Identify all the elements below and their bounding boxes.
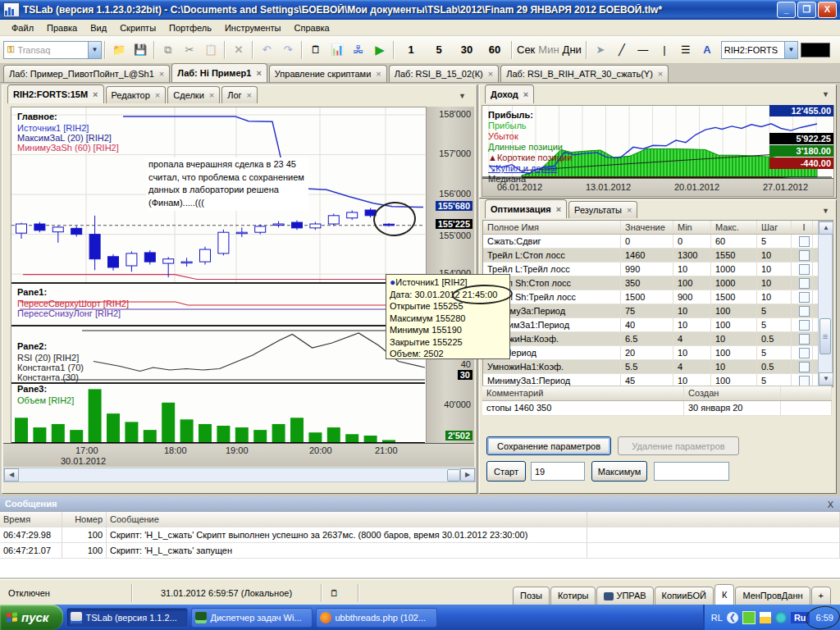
bottom-tab[interactable]: К bbox=[714, 584, 734, 605]
chart-tab[interactable]: Редактор× bbox=[106, 86, 167, 103]
optimize-checkbox[interactable] bbox=[799, 278, 810, 289]
color-swatch[interactable] bbox=[801, 43, 830, 57]
income-tab[interactable]: Доход× bbox=[485, 84, 534, 103]
task-button[interactable]: Диспетчер задач Wi... bbox=[191, 608, 313, 628]
scheme-icon[interactable]: 🖧 bbox=[349, 40, 368, 60]
cut-icon[interactable]: ✂ bbox=[180, 40, 199, 60]
transaq-connection-combo[interactable]: ⚿ Transaq ▼ bbox=[3, 41, 102, 59]
save-parameters-button[interactable]: Сохранение параметров bbox=[486, 436, 611, 455]
start-button[interactable]: Старт bbox=[486, 461, 526, 482]
cursor-tool-icon[interactable]: ➤ bbox=[591, 40, 610, 60]
paste-icon[interactable]: 📋 bbox=[201, 40, 221, 60]
chevron-down-icon[interactable]: ▼ bbox=[822, 90, 829, 98]
undo-icon[interactable]: ↶ bbox=[257, 40, 276, 60]
tray-chart-icon[interactable] bbox=[760, 612, 771, 623]
timeframe-button[interactable]: 5 bbox=[426, 39, 452, 62]
copy-icon[interactable]: ⧉ bbox=[158, 40, 178, 60]
workspace-tab[interactable]: Лаб: RSI_B_RIH_ATR_30_сжать(Y)× bbox=[500, 65, 669, 82]
bottom-tab[interactable]: + bbox=[811, 587, 831, 605]
col-header-name[interactable]: Полное Имя bbox=[483, 221, 621, 234]
delete-icon[interactable]: ✕ bbox=[229, 40, 249, 60]
chevron-down-icon[interactable]: ▼ bbox=[88, 42, 101, 58]
timeframe-button[interactable]: 30 bbox=[454, 39, 480, 62]
bottom-tab[interactable]: МенПровДанн bbox=[735, 587, 810, 605]
table-row[interactable]: УмножиНа1:Коэф. 5.5 4 10 0.5 bbox=[483, 360, 833, 374]
optimize-checkbox[interactable] bbox=[799, 264, 810, 275]
close-icon[interactable]: × bbox=[376, 69, 381, 79]
workspace-tab[interactable]: Лаб: RSI_B_15_02(К)× bbox=[389, 65, 499, 82]
workspace-tab[interactable]: Лаб: Hi Пример1× bbox=[171, 63, 267, 82]
workspace-tab[interactable]: Управление скриптами× bbox=[269, 65, 387, 82]
close-icon[interactable]: × bbox=[159, 69, 164, 79]
col-header-time[interactable]: Время bbox=[0, 512, 62, 527]
optimize-checkbox[interactable] bbox=[799, 236, 810, 247]
unit-button[interactable]: Сек bbox=[516, 40, 536, 60]
optimize-checkbox[interactable] bbox=[799, 362, 810, 372]
instrument-combo[interactable]: RIH2:FORTS ▼ bbox=[721, 41, 798, 59]
timeframe-button[interactable]: 1 bbox=[398, 39, 424, 62]
bottom-tab[interactable]: Позы bbox=[513, 587, 550, 605]
scroll-right-icon[interactable]: ▶ bbox=[460, 468, 475, 482]
restore-button[interactable]: ❐ bbox=[797, 2, 816, 18]
task-button[interactable]: ubbthreads.php (102... bbox=[316, 608, 437, 628]
open-file-icon[interactable]: 📁 bbox=[109, 40, 129, 60]
col-header-step[interactable]: Шаг bbox=[757, 221, 792, 234]
chart-tab[interactable]: RIH2:FORTS:15M× bbox=[7, 84, 104, 103]
close-icon[interactable]: × bbox=[556, 204, 561, 214]
bottom-tab[interactable]: КопииБОЙ bbox=[655, 587, 714, 605]
menu-item[interactable]: Файл bbox=[5, 21, 40, 34]
optimize-checkbox[interactable] bbox=[799, 376, 810, 386]
run-script-icon[interactable]: ▶ bbox=[370, 40, 390, 60]
menu-item[interactable]: Скрипты bbox=[113, 21, 162, 34]
table-v-scrollbar[interactable]: ▲ ≡ ▼ bbox=[818, 221, 833, 386]
vline-tool-icon[interactable]: | bbox=[655, 40, 674, 60]
close-icon[interactable]: X bbox=[828, 497, 833, 512]
collapse-tray-icon[interactable]: ❮ bbox=[727, 612, 738, 623]
message-row[interactable]: 06:47:21.07 100 Скрипт: 'H_L_сжать' запу… bbox=[0, 543, 840, 559]
chart-tab[interactable]: Сделки× bbox=[167, 86, 220, 103]
notebook-icon[interactable]: 🗒 bbox=[322, 584, 358, 602]
maximum-input[interactable] bbox=[654, 462, 729, 481]
table-row[interactable]: МинимуЗа:Период 75 10 100 5 bbox=[483, 304, 833, 318]
col-header-comment[interactable]: Комментарий bbox=[482, 386, 684, 400]
unit-button[interactable]: Мин bbox=[537, 40, 559, 60]
table-row[interactable]: УмножиНа:Коэф. 6.5 4 10 0.5 bbox=[483, 332, 833, 346]
scroll-down-icon[interactable]: ▼ bbox=[819, 372, 833, 386]
close-icon[interactable]: × bbox=[155, 90, 160, 100]
menu-item[interactable]: Справка bbox=[288, 21, 336, 34]
fibo-tool-icon[interactable]: ☰ bbox=[676, 40, 696, 60]
col-header-min[interactable]: Min bbox=[673, 221, 711, 234]
message-row[interactable]: 06:47:29.98 100 Скрипт: 'H_L_сжать' Скри… bbox=[0, 527, 840, 543]
chart-h-scrollbar[interactable]: ◀ ▶ bbox=[3, 468, 476, 482]
col-header-number[interactable]: Номер bbox=[62, 512, 107, 527]
table-row[interactable]: МаксимЗа1:Период 40 10 100 5 bbox=[483, 318, 833, 332]
col-header-message[interactable]: Сообщение bbox=[107, 512, 587, 527]
bottom-tab[interactable]: Котиры bbox=[550, 587, 596, 605]
trendline-tool-icon[interactable]: ╱ bbox=[612, 40, 632, 60]
chart-icon[interactable]: 📊 bbox=[327, 40, 347, 60]
optimization-tab[interactable]: Результаты× bbox=[568, 201, 637, 218]
optimize-checkbox[interactable] bbox=[799, 292, 810, 303]
timeframe-button[interactable]: 60 bbox=[482, 39, 508, 62]
time-axis[interactable]: 17:00 18:00 19:00 20:00 21:00 30.01.2012 bbox=[3, 443, 474, 467]
scrollbar-thumb[interactable]: ≡ bbox=[819, 318, 831, 354]
table-row[interactable]: Трейл Sh:Стоп лосс 350 100 1000 10 bbox=[483, 276, 833, 290]
close-icon[interactable]: × bbox=[93, 89, 98, 99]
table-row[interactable]: Сжать:Сдвиг 0 0 60 5 bbox=[483, 235, 833, 249]
col-header-check[interactable]: I bbox=[792, 221, 813, 234]
col-header-value[interactable]: Значение bbox=[621, 221, 673, 234]
menu-item[interactable]: Вид bbox=[84, 21, 113, 34]
comment-row[interactable]: стопы 1460 350 30 января 20 bbox=[482, 401, 832, 416]
close-button[interactable]: X bbox=[818, 2, 837, 18]
save-icon[interactable]: 💾 bbox=[130, 40, 150, 60]
delete-parameters-button[interactable]: Удаление параметров bbox=[618, 436, 739, 455]
script-properties-icon[interactable]: 🗒 bbox=[306, 40, 326, 60]
optimize-checkbox[interactable] bbox=[799, 334, 810, 345]
table-row[interactable]: Трейл Sh:Трейл лосс 1500 900 1500 10 bbox=[483, 290, 833, 304]
menu-item[interactable]: Правка bbox=[40, 21, 84, 34]
text-tool-icon[interactable]: A bbox=[697, 40, 717, 60]
tray-circle-icon[interactable] bbox=[775, 612, 787, 623]
col-header-max[interactable]: Макс. bbox=[711, 221, 757, 234]
close-icon[interactable]: × bbox=[209, 90, 214, 100]
start-count-input[interactable] bbox=[531, 462, 585, 481]
